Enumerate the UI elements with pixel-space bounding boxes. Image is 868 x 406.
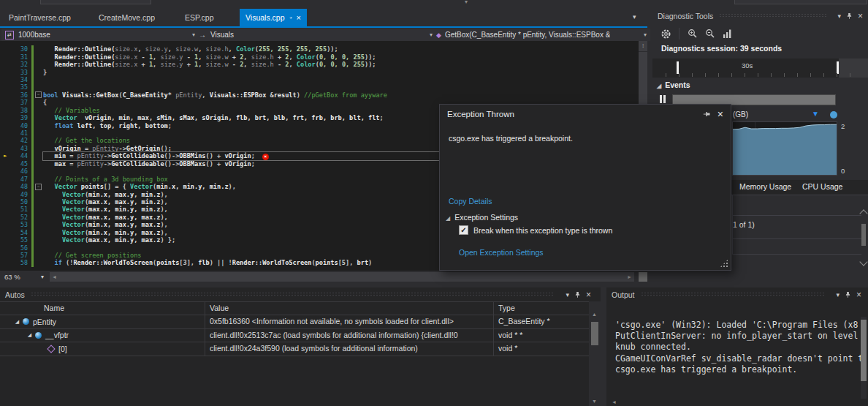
output-vscrollbar[interactable] [861, 317, 867, 399]
editor-split-handle[interactable]: ↕ [639, 41, 647, 52]
column-header-name[interactable]: Name [0, 302, 205, 315]
code-text[interactable]: float left, top, right, bottom; [43, 122, 172, 129]
code-text[interactable]: Vector(max.x, min.y, min.z), [43, 206, 168, 213]
code-text[interactable]: Render::Outline(size.x, size.y, size.w, … [43, 45, 338, 53]
checkbox[interactable]: ✓ [459, 225, 468, 235]
code-text[interactable]: Vector(min.x, min.y, max.z), [43, 229, 168, 236]
zoom-out-button[interactable] [701, 26, 719, 42]
change-tracking-bar [31, 236, 34, 244]
code-text[interactable]: Vector(max.x, max.y, max.z), [43, 214, 168, 221]
table-row[interactable]: ◢__vfptrclient.dll!0x2513c7ac (load symb… [0, 329, 589, 343]
fold-collapse-icon[interactable]: − [34, 184, 43, 190]
output-text[interactable]: 'csgo.exe' (Win32): Loaded 'C:\Program F… [615, 320, 863, 375]
column-header-type[interactable]: Type [494, 302, 589, 315]
expand-icon[interactable]: ◢ [13, 316, 21, 328]
code-text[interactable]: // Get the locations [43, 137, 130, 144]
events-chart-button[interactable] [719, 26, 736, 42]
code-text[interactable]: Vector(min.x, max.y, min.z), [43, 191, 168, 198]
chevron-down-icon[interactable]: ▾ [836, 291, 840, 298]
close-icon[interactable]: × [856, 290, 861, 300]
exception-popup: Exception Thrown × csgo.exe has triggere… [439, 104, 731, 271]
output-line: knub connected. [615, 342, 863, 353]
output-titlebar[interactable]: Output ▾ × [606, 287, 868, 301]
code-text[interactable]: { [43, 99, 47, 106]
code-text[interactable]: // Get screen positions [43, 252, 142, 259]
tab-memory-usage[interactable]: Memory Usage [739, 182, 791, 191]
exception-settings-header[interactable]: ◢Exception Settings [446, 213, 518, 222]
code-text[interactable]: bool Visuals::GetBox(C_BaseEntity* pEnti… [43, 91, 387, 99]
scroll-down-icon[interactable]: ▼ [592, 399, 597, 404]
variable-value[interactable]: client.dll!0x24a3f590 (load symbols for … [205, 342, 494, 356]
code-text[interactable]: max = pEntity->GetCollideable()->OBBMaxs… [43, 160, 255, 168]
fold-collapse-icon[interactable]: − [34, 91, 43, 98]
toolbar-dropdown-icon[interactable]: ▾ [465, 0, 468, 5]
tab-visuals-active[interactable]: Visuals.cpp × [240, 9, 307, 26]
settings-button[interactable] [657, 26, 674, 42]
scroll-up-icon[interactable]: ▲ [592, 312, 597, 317]
column-header-value[interactable]: Value [205, 302, 494, 315]
copy-details-link[interactable]: Copy Details [449, 197, 492, 206]
code-text[interactable]: if (!Render::WorldToScreen(points[3], fl… [43, 259, 372, 266]
tab-overflow-dropdown-icon[interactable]: ▾ [633, 13, 636, 20]
code-text[interactable]: Vector points[] = { Vector(min.x, min.y,… [43, 183, 236, 190]
tab-createmove[interactable]: CreateMove.cpp [93, 9, 161, 26]
exception-popup-titlebar[interactable]: Exception Thrown × [440, 105, 731, 124]
code-text[interactable]: // Variables [43, 107, 100, 114]
expand-icon[interactable]: ◢ [26, 329, 34, 342]
change-tracking-bar [31, 229, 34, 236]
line-number: 56 [10, 244, 31, 252]
zoom-in-button[interactable] [684, 26, 701, 42]
code-text[interactable]: Render::Outline(size.x - 1, size.y - 1, … [43, 53, 376, 61]
scope-dropdown[interactable]: → Visuals ▾ [195, 29, 436, 41]
close-icon[interactable]: × [297, 14, 301, 21]
autos-vscrollbar[interactable]: ▲ ▼ [589, 301, 601, 406]
code-text[interactable]: Render::Outline(size.x + 1, size.y + 1, … [43, 61, 376, 68]
table-row[interactable]: [0]client.dll!0x24a3f590 (load symbols f… [0, 342, 589, 356]
tab-cpu-usage[interactable]: CPU Usage [802, 182, 842, 191]
current-statement-arrow-icon[interactable]: ► [0, 153, 10, 159]
code-text[interactable]: Vector(min.x, max.y, max.z), [43, 221, 168, 228]
scroll-right-icon[interactable]: ► [627, 274, 632, 279]
code-text[interactable]: vOrigin = pEntity->GetOrigin(); [43, 145, 172, 152]
autos-titlebar[interactable]: Autos ▾ × [0, 287, 601, 301]
scroll-left-icon[interactable]: ◄ [52, 274, 57, 279]
close-icon[interactable]: × [586, 290, 591, 300]
diagnostic-tools-titlebar[interactable]: Diagnostic Tools ▾ × [652, 9, 868, 23]
pin-icon[interactable] [287, 16, 294, 19]
scroll-up-icon[interactable] [859, 209, 867, 217]
code-text[interactable]: Vector vOrigin, min, max, sMin, sMax, sO… [43, 114, 384, 121]
editor-hscrollbar[interactable]: ◄ ► [50, 272, 634, 282]
tab-painttraverse[interactable]: PaintTraverse.cpp [3, 9, 77, 26]
code-text[interactable]: } [43, 69, 47, 76]
diag-scrollbar[interactable] [860, 195, 868, 285]
code-text[interactable]: Vector(max.x, max.y, min.z), [43, 198, 168, 206]
project-dropdown[interactable]: ⇄ 1000base ▾ [1, 29, 199, 41]
chevron-down-icon[interactable]: ▾ [837, 12, 841, 20]
scroll-down-icon[interactable] [859, 257, 867, 266]
zoom-dropdown[interactable]: 63 % ▾ [1, 271, 47, 282]
pin-icon[interactable] [574, 291, 581, 298]
tab-esp[interactable]: ESP.cpp [179, 9, 220, 26]
variable-value[interactable]: 0x5fb16360 <Information not available, n… [205, 315, 494, 328]
variable-value[interactable]: client.dll!0x2513c7ac (load symbols for … [205, 329, 494, 342]
close-icon[interactable]: × [858, 11, 863, 21]
chevron-down-icon[interactable]: ▾ [566, 291, 569, 298]
member-dropdown[interactable]: ◆ GetBox(C_BaseEntity * pEntity, Visuals… [433, 29, 650, 41]
close-icon[interactable]: × [717, 108, 723, 120]
pin-icon[interactable] [703, 110, 710, 118]
legend-dot-icon[interactable] [830, 111, 837, 119]
open-exception-settings-link[interactable]: Open Exception Settings [459, 248, 544, 257]
code-text[interactable]: Vector(max.x, min.y, max.z) }; [43, 236, 175, 244]
pin-icon[interactable] [845, 291, 851, 298]
panel-title: Diagnostic Tools [658, 12, 713, 20]
resize-grip[interactable] [720, 259, 728, 268]
events-lane-icon [660, 95, 662, 103]
variable-type: void * * [494, 329, 589, 342]
filter-icon[interactable]: ▼ [812, 110, 819, 118]
table-row[interactable]: ◢pEntity0x5fb16360 <Information not avai… [0, 315, 589, 329]
scroll-left-icon[interactable]: ◄ [612, 399, 617, 405]
code-text[interactable]: // Points of a 3d bounding box [43, 176, 168, 183]
events-section-header[interactable]: ◢Events [657, 80, 690, 89]
pin-icon[interactable] [846, 12, 853, 20]
diagnostics-timeline[interactable]: 30s [652, 59, 868, 78]
